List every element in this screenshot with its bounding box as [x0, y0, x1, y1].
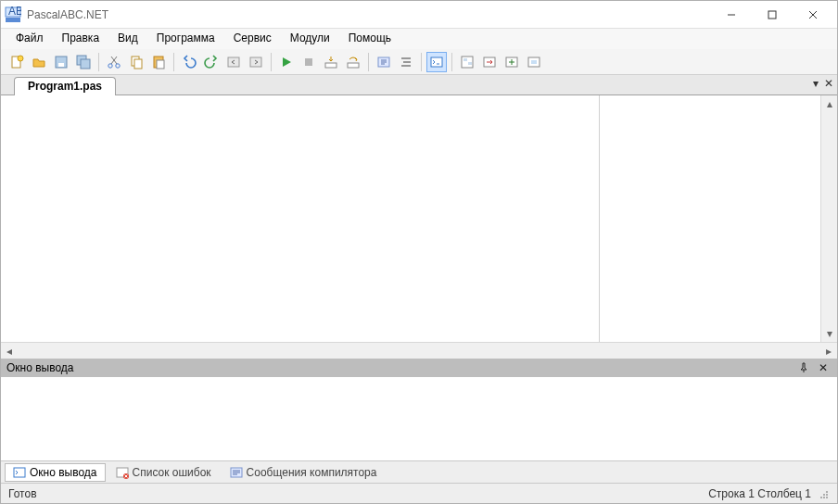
menu-program[interactable]: Программа	[147, 29, 224, 49]
svg-rect-12	[81, 59, 90, 69]
format-button[interactable]	[396, 52, 416, 72]
step-into-button[interactable]	[321, 52, 341, 72]
toolbar-separator	[421, 53, 422, 71]
app-icon: AB	[5, 6, 21, 23]
tab-close-icon[interactable]: ✕	[824, 77, 833, 90]
title-bar: AB PascalABC.NET	[1, 1, 837, 29]
status-line-label: Строка	[708, 487, 745, 500]
undo-button[interactable]	[179, 52, 199, 72]
svg-rect-20	[157, 60, 164, 69]
scroll-up-icon[interactable]: ▴	[821, 95, 837, 112]
toolbar	[1, 49, 837, 75]
svg-rect-24	[325, 63, 336, 68]
app-window: AB PascalABC.NET Файл Правка Вид Програм…	[0, 0, 838, 504]
bottom-tab-output[interactable]: Окно вывода	[5, 463, 106, 482]
svg-rect-29	[463, 58, 467, 61]
svg-rect-25	[348, 63, 359, 68]
step-over-button[interactable]	[343, 52, 363, 72]
compiler-icon	[230, 466, 243, 479]
paste-button[interactable]	[148, 52, 169, 72]
pin-icon[interactable]	[798, 362, 815, 373]
svg-rect-27	[431, 57, 442, 67]
toolbar-separator	[368, 53, 369, 71]
minimize-button[interactable]	[711, 2, 752, 28]
window-title: PascalABC.NET	[27, 8, 711, 21]
convert-button[interactable]	[479, 52, 500, 72]
cut-button[interactable]	[104, 52, 124, 72]
menu-bar: Файл Правка Вид Программа Сервис Модули …	[1, 29, 837, 49]
toolbar-separator	[98, 53, 99, 71]
menu-file[interactable]: Файл	[6, 29, 53, 49]
status-bar: Готов Строка 1 Столбец 1	[1, 483, 837, 503]
menu-service[interactable]: Сервис	[224, 29, 281, 49]
svg-point-39	[826, 491, 828, 493]
editor-right-margin	[600, 95, 820, 342]
menu-view[interactable]: Вид	[108, 29, 147, 49]
nav-forward-button[interactable]	[246, 52, 266, 72]
bottom-tab-compiler[interactable]: Сообщения компилятора	[222, 463, 386, 482]
tab-menu-dropdown-icon[interactable]: ▾	[813, 77, 819, 90]
svg-point-44	[826, 497, 828, 498]
menu-modules[interactable]: Модули	[281, 29, 339, 49]
editor-area: ▴ ▾	[1, 95, 837, 342]
build-exe-button[interactable]	[502, 52, 522, 72]
save-all-button[interactable]	[73, 52, 94, 72]
svg-point-42	[820, 497, 822, 498]
bottom-tab-label: Окно вывода	[30, 466, 97, 479]
scroll-down-icon[interactable]: ▾	[821, 325, 837, 342]
svg-rect-35	[14, 468, 25, 477]
stop-button[interactable]	[298, 52, 319, 72]
toolbar-separator	[173, 53, 174, 71]
terminal-button[interactable]	[426, 52, 447, 72]
code-editor[interactable]	[1, 95, 600, 342]
errors-icon	[116, 466, 129, 479]
svg-point-43	[823, 497, 825, 498]
build-msi-button[interactable]	[524, 52, 544, 72]
svg-point-40	[823, 494, 825, 496]
save-button[interactable]	[51, 52, 71, 72]
svg-rect-2	[6, 18, 20, 22]
open-file-button[interactable]	[29, 52, 49, 72]
bottom-tab-label: Список ошибок	[133, 466, 211, 479]
svg-text:AB: AB	[8, 6, 21, 18]
editor-tab[interactable]: Program1.pas	[14, 77, 116, 95]
close-panel-icon[interactable]: ✕	[815, 361, 832, 374]
scroll-left-icon[interactable]: ◂	[1, 343, 18, 359]
svg-rect-4	[768, 11, 776, 19]
maximize-button[interactable]	[752, 2, 793, 28]
svg-rect-22	[250, 57, 261, 67]
svg-point-41	[826, 494, 828, 496]
svg-rect-21	[228, 57, 239, 67]
nav-back-button[interactable]	[223, 52, 244, 72]
status-col-label: Столбец	[757, 487, 802, 500]
svg-rect-30	[468, 62, 472, 65]
resize-grip-icon[interactable]	[817, 487, 830, 500]
form-designer-button[interactable]	[457, 52, 477, 72]
status-ready: Готов	[8, 487, 708, 500]
output-panel-title: Окно вывода	[6, 361, 798, 374]
scroll-right-icon[interactable]: ▸	[820, 343, 837, 359]
run-button[interactable]	[276, 52, 297, 72]
svg-rect-10	[58, 63, 64, 67]
horizontal-scrollbar[interactable]: ◂ ▸	[1, 342, 837, 359]
copy-button[interactable]	[126, 52, 146, 72]
close-button[interactable]	[793, 2, 833, 28]
output-icon	[13, 466, 26, 479]
vertical-scrollbar[interactable]: ▴ ▾	[820, 95, 837, 342]
bottom-tab-label: Сообщения компилятора	[247, 466, 377, 479]
bottom-tab-errors[interactable]: Список ошибок	[108, 463, 220, 482]
menu-help[interactable]: Помощь	[339, 29, 400, 49]
svg-point-15	[108, 63, 112, 67]
toolbar-separator	[451, 53, 452, 71]
editor-tab-strip: Program1.pas ▾ ✕	[1, 75, 837, 95]
output-panel-body[interactable]	[1, 377, 837, 460]
bottom-tab-strip: Окно вывода Список ошибок Сообщения комп…	[1, 460, 837, 483]
redo-button[interactable]	[201, 52, 222, 72]
svg-rect-34	[531, 60, 537, 64]
menu-edit[interactable]: Правка	[53, 29, 109, 49]
output-panel-header: Окно вывода ✕	[1, 359, 837, 377]
toolbar-separator	[271, 53, 272, 71]
svg-point-16	[116, 63, 120, 67]
compile-button[interactable]	[374, 52, 394, 72]
new-file-button[interactable]	[6, 52, 27, 72]
